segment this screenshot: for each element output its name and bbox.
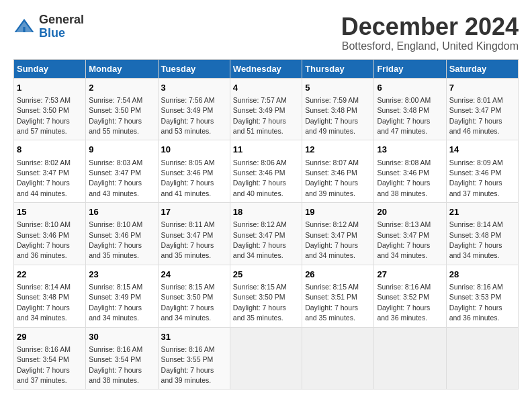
day-number: 29	[17, 331, 83, 343]
calendar-cell: 16Sunrise: 8:10 AMSunset: 3:46 PMDayligh…	[86, 203, 158, 265]
day-number: 19	[305, 206, 371, 218]
day-number: 6	[377, 82, 443, 94]
logo-icon	[13, 16, 35, 38]
day-number: 10	[161, 144, 227, 156]
calendar-title: December 2024	[341, 13, 519, 40]
calendar-cell: 2Sunrise: 7:54 AMSunset: 3:50 PMDaylight…	[86, 78, 158, 140]
day-info: Sunrise: 7:57 AMSunset: 3:49 PMDaylight:…	[233, 96, 287, 135]
day-info: Sunrise: 8:10 AMSunset: 3:46 PMDaylight:…	[89, 220, 142, 259]
day-info: Sunrise: 8:09 AMSunset: 3:46 PMDaylight:…	[449, 158, 503, 197]
day-info: Sunrise: 8:08 AMSunset: 3:46 PMDaylight:…	[377, 158, 431, 197]
day-number: 31	[161, 331, 227, 343]
calendar-cell: 4Sunrise: 7:57 AMSunset: 3:49 PMDaylight…	[230, 78, 302, 140]
calendar-cell: 24Sunrise: 8:15 AMSunset: 3:50 PMDayligh…	[158, 265, 230, 327]
week-row-4: 22Sunrise: 8:14 AMSunset: 3:48 PMDayligh…	[14, 265, 519, 327]
calendar-cell: 7Sunrise: 8:01 AMSunset: 3:47 PMDaylight…	[446, 78, 518, 140]
calendar-cell: 23Sunrise: 8:15 AMSunset: 3:49 PMDayligh…	[86, 265, 158, 327]
calendar-body: 1Sunrise: 7:53 AMSunset: 3:50 PMDaylight…	[14, 78, 519, 390]
day-info: Sunrise: 8:00 AMSunset: 3:48 PMDaylight:…	[377, 96, 431, 135]
day-info: Sunrise: 8:15 AMSunset: 3:50 PMDaylight:…	[233, 283, 287, 322]
day-number: 30	[89, 331, 154, 343]
day-info: Sunrise: 8:15 AMSunset: 3:51 PMDaylight:…	[305, 283, 359, 322]
day-number: 20	[377, 206, 443, 218]
calendar-cell: 14Sunrise: 8:09 AMSunset: 3:46 PMDayligh…	[446, 140, 518, 203]
day-number: 8	[17, 144, 83, 156]
day-number: 23	[89, 269, 154, 281]
day-info: Sunrise: 8:07 AMSunset: 3:46 PMDaylight:…	[305, 158, 359, 197]
day-info: Sunrise: 8:16 AMSunset: 3:54 PMDaylight:…	[17, 345, 71, 384]
day-number: 18	[233, 206, 299, 218]
day-info: Sunrise: 8:11 AMSunset: 3:47 PMDaylight:…	[161, 220, 215, 259]
day-number: 14	[449, 144, 515, 156]
day-info: Sunrise: 8:06 AMSunset: 3:46 PMDaylight:…	[233, 158, 287, 197]
header-day-monday: Monday	[86, 59, 158, 78]
day-info: Sunrise: 8:02 AMSunset: 3:47 PMDaylight:…	[17, 158, 71, 197]
calendar-cell	[302, 327, 374, 390]
day-info: Sunrise: 8:15 AMSunset: 3:49 PMDaylight:…	[89, 283, 142, 322]
day-info: Sunrise: 7:56 AMSunset: 3:49 PMDaylight:…	[161, 96, 215, 135]
day-info: Sunrise: 8:05 AMSunset: 3:46 PMDaylight:…	[161, 158, 215, 197]
calendar-cell: 31Sunrise: 8:16 AMSunset: 3:55 PMDayligh…	[158, 327, 230, 390]
day-info: Sunrise: 8:16 AMSunset: 3:52 PMDaylight:…	[377, 283, 431, 322]
logo: General Blue	[13, 13, 84, 40]
day-number: 5	[305, 82, 371, 94]
day-number: 17	[161, 206, 227, 218]
day-number: 28	[449, 269, 515, 281]
day-info: Sunrise: 8:12 AMSunset: 3:47 PMDaylight:…	[233, 220, 287, 259]
day-info: Sunrise: 8:16 AMSunset: 3:53 PMDaylight:…	[449, 283, 503, 322]
logo-text: General Blue	[39, 13, 84, 40]
calendar-cell	[374, 327, 446, 390]
day-number: 3	[161, 82, 227, 94]
calendar-cell: 30Sunrise: 8:16 AMSunset: 3:54 PMDayligh…	[86, 327, 158, 390]
calendar-cell: 20Sunrise: 8:13 AMSunset: 3:47 PMDayligh…	[374, 203, 446, 265]
day-info: Sunrise: 8:12 AMSunset: 3:47 PMDaylight:…	[305, 220, 359, 259]
day-info: Sunrise: 8:16 AMSunset: 3:55 PMDaylight:…	[161, 345, 215, 384]
header-day-sunday: Sunday	[14, 59, 86, 78]
header-day-saturday: Saturday	[446, 59, 518, 78]
calendar-cell: 28Sunrise: 8:16 AMSunset: 3:53 PMDayligh…	[446, 265, 518, 327]
calendar-cell: 1Sunrise: 7:53 AMSunset: 3:50 PMDaylight…	[14, 78, 86, 140]
calendar-cell: 26Sunrise: 8:15 AMSunset: 3:51 PMDayligh…	[302, 265, 374, 327]
calendar-cell: 21Sunrise: 8:14 AMSunset: 3:48 PMDayligh…	[446, 203, 518, 265]
calendar-cell: 13Sunrise: 8:08 AMSunset: 3:46 PMDayligh…	[374, 140, 446, 203]
title-area: December 2024 Bottesford, England, Unite…	[341, 13, 519, 52]
calendar-cell: 3Sunrise: 7:56 AMSunset: 3:49 PMDaylight…	[158, 78, 230, 140]
logo-general-text: General	[39, 13, 84, 27]
day-info: Sunrise: 8:15 AMSunset: 3:50 PMDaylight:…	[161, 283, 215, 322]
header-day-tuesday: Tuesday	[158, 59, 230, 78]
day-info: Sunrise: 8:14 AMSunset: 3:48 PMDaylight:…	[17, 283, 71, 322]
calendar-cell: 18Sunrise: 8:12 AMSunset: 3:47 PMDayligh…	[230, 203, 302, 265]
day-number: 4	[233, 82, 299, 94]
header-day-wednesday: Wednesday	[230, 59, 302, 78]
day-info: Sunrise: 7:54 AMSunset: 3:50 PMDaylight:…	[89, 96, 142, 135]
day-number: 22	[17, 269, 83, 281]
calendar-cell: 15Sunrise: 8:10 AMSunset: 3:46 PMDayligh…	[14, 203, 86, 265]
calendar-cell: 12Sunrise: 8:07 AMSunset: 3:46 PMDayligh…	[302, 140, 374, 203]
calendar-cell: 22Sunrise: 8:14 AMSunset: 3:48 PMDayligh…	[14, 265, 86, 327]
calendar-cell: 27Sunrise: 8:16 AMSunset: 3:52 PMDayligh…	[374, 265, 446, 327]
week-row-5: 29Sunrise: 8:16 AMSunset: 3:54 PMDayligh…	[14, 327, 519, 390]
calendar-cell: 6Sunrise: 8:00 AMSunset: 3:48 PMDaylight…	[374, 78, 446, 140]
calendar-cell: 5Sunrise: 7:59 AMSunset: 3:48 PMDaylight…	[302, 78, 374, 140]
calendar-cell: 19Sunrise: 8:12 AMSunset: 3:47 PMDayligh…	[302, 203, 374, 265]
calendar-cell: 9Sunrise: 8:03 AMSunset: 3:47 PMDaylight…	[86, 140, 158, 203]
week-row-1: 1Sunrise: 7:53 AMSunset: 3:50 PMDaylight…	[14, 78, 519, 140]
day-info: Sunrise: 7:53 AMSunset: 3:50 PMDaylight:…	[17, 96, 71, 135]
header-row: SundayMondayTuesdayWednesdayThursdayFrid…	[14, 59, 519, 78]
day-number: 15	[17, 206, 83, 218]
calendar-subtitle: Bottesford, England, United Kingdom	[341, 40, 519, 52]
day-number: 21	[449, 206, 515, 218]
calendar-cell: 25Sunrise: 8:15 AMSunset: 3:50 PMDayligh…	[230, 265, 302, 327]
day-info: Sunrise: 8:01 AMSunset: 3:47 PMDaylight:…	[449, 96, 503, 135]
calendar-header: SundayMondayTuesdayWednesdayThursdayFrid…	[14, 59, 519, 78]
header-day-friday: Friday	[374, 59, 446, 78]
day-number: 16	[89, 206, 154, 218]
day-number: 9	[89, 144, 154, 156]
calendar-cell	[230, 327, 302, 390]
day-info: Sunrise: 8:10 AMSunset: 3:46 PMDaylight:…	[17, 220, 71, 259]
day-number: 1	[17, 82, 83, 94]
logo-blue-text: Blue	[39, 27, 84, 40]
day-number: 12	[305, 144, 371, 156]
calendar-cell	[446, 327, 518, 390]
day-number: 7	[449, 82, 515, 94]
